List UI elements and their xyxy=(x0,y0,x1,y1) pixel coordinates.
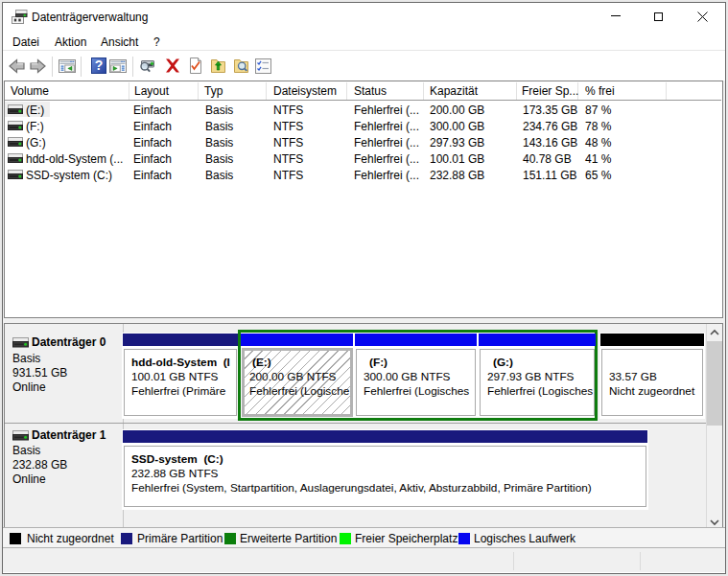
svg-text:?: ? xyxy=(95,58,104,73)
